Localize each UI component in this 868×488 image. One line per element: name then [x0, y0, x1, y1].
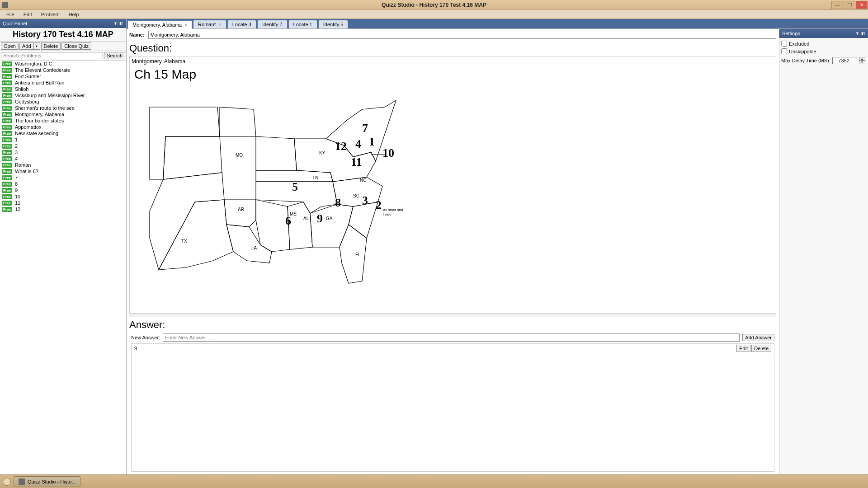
problem-item[interactable]: FreeSherman's route to the sea [0, 105, 126, 111]
delete-answer-button[interactable]: Delete [751, 345, 771, 352]
map-number-4: 4 [355, 137, 361, 150]
close-icon[interactable]: × [184, 23, 187, 28]
start-button[interactable] [3, 478, 11, 486]
problem-item[interactable]: FreeNew state seceding [0, 130, 126, 136]
name-input[interactable] [148, 31, 776, 39]
excluded-label: Excluded [789, 41, 809, 47]
app-icon [2, 2, 8, 8]
tab[interactable]: Locate 3 [227, 20, 256, 28]
map-number-9: 9 [317, 212, 323, 225]
free-badge: Free [2, 93, 12, 98]
problem-item[interactable]: Free11 [0, 200, 126, 206]
problem-item[interactable]: Free1 [0, 136, 126, 143]
menu-help[interactable]: Help [64, 11, 84, 18]
free-badge: Free [2, 144, 12, 149]
problem-item[interactable]: Free4 [0, 155, 126, 162]
search-input[interactable] [1, 52, 103, 59]
map-number-10: 10 [382, 146, 394, 160]
delete-button[interactable]: Delete [41, 42, 61, 50]
unskippable-checkbox[interactable] [781, 48, 787, 54]
problem-item[interactable]: Free7 [0, 174, 126, 181]
excluded-checkbox[interactable] [781, 41, 787, 47]
search-button[interactable]: Search [104, 52, 125, 59]
problem-item[interactable]: Free3 [0, 149, 126, 155]
menu-file[interactable]: File [2, 11, 19, 18]
add-answer-button[interactable]: Add Answer [742, 334, 774, 341]
problem-item-label: 10 [15, 194, 20, 199]
free-badge: Free [2, 68, 12, 73]
problem-item[interactable]: FreeShiloh [0, 86, 126, 92]
problem-item[interactable]: FreeAntietam and Bull Run [0, 80, 126, 86]
name-label: Name: [129, 32, 145, 38]
tab[interactable]: Roman*× [193, 20, 226, 28]
settings-title[interactable]: Settings ▼ ◧ [779, 29, 868, 38]
maximize-button[interactable]: ❐ [844, 1, 855, 9]
question-area[interactable]: Montgomery, Alabama Ch 15 Map [129, 56, 776, 314]
problem-item[interactable]: FreeWashington, D.C. [0, 61, 126, 67]
problem-item[interactable]: FreeVicksburg and Mississippi River [0, 92, 126, 99]
problem-item[interactable]: Free9 [0, 187, 126, 193]
edit-answer-button[interactable]: Edit [736, 345, 750, 352]
open-button[interactable]: Open [1, 42, 19, 50]
menu-problem[interactable]: Problem [37, 11, 64, 18]
map-number-1: 1 [369, 135, 375, 148]
state-label-ky: KY [319, 150, 326, 155]
taskbar-button[interactable]: Quizz Studio - Histo... [14, 476, 80, 487]
free-badge: Free [2, 74, 12, 79]
problem-item[interactable]: FreeThe four border states [0, 117, 126, 124]
question-text: Montgomery, Alabama [132, 58, 774, 65]
spinner-up-icon[interactable]: ▴ [859, 57, 865, 61]
pin-icon[interactable]: ◧ [861, 31, 865, 36]
add-button[interactable]: Add [19, 42, 34, 50]
problem-item[interactable]: FreeRoman [0, 162, 126, 168]
close-quiz-button[interactable]: Close Quiz [61, 42, 91, 50]
problem-item[interactable]: Free2 [0, 143, 126, 149]
max-delay-label: Max Delay Time (MS): [781, 58, 830, 63]
close-icon[interactable]: × [219, 22, 222, 27]
problem-item[interactable]: FreeMontgomery, Alabama [0, 111, 126, 117]
spinner-down-icon[interactable]: ▾ [859, 61, 865, 64]
problem-item[interactable]: Free10 [0, 193, 126, 200]
free-badge: Free [2, 80, 12, 85]
problem-item-label: The Elevent Confederate [15, 67, 70, 73]
map-number-5: 5 [292, 180, 298, 193]
map-number-11: 11 [351, 155, 362, 169]
menu-edit[interactable]: Edit [19, 11, 37, 18]
close-button[interactable]: ✕ [856, 1, 868, 9]
problem-item[interactable]: FreeFort Sumter [0, 73, 126, 80]
problem-item[interactable]: FreeAppomattox [0, 124, 126, 130]
tab[interactable]: Locate 1 [288, 20, 317, 28]
problem-item[interactable]: Free12 [0, 206, 126, 212]
free-badge: Free [2, 87, 12, 92]
add-dropdown[interactable]: ▾ [34, 42, 40, 50]
chevron-down-icon[interactable]: ▼ [113, 21, 118, 26]
free-badge: Free [2, 169, 12, 174]
quiz-panel-title[interactable]: Quiz Panel ▼ ◧ [0, 19, 126, 28]
new-answer-input[interactable] [163, 333, 740, 342]
problem-item[interactable]: FreeThe Elevent Confederate [0, 67, 126, 73]
max-delay-spinner[interactable]: ▴ ▾ [859, 57, 865, 64]
max-delay-input[interactable] [832, 57, 857, 64]
map-svg: MO KY TN NC SC GA AL MS AR LA TX [132, 66, 403, 288]
question-heading: Question: [129, 42, 776, 54]
minimize-button[interactable]: — [831, 1, 843, 9]
problem-item[interactable]: FreeWhat is 6? [0, 168, 126, 174]
problem-item-label: Appomattox [15, 124, 42, 130]
splitter[interactable]: . . . [129, 314, 776, 317]
window-title: Quizz Studio - History 170 Test 4.16 MAP [382, 2, 486, 8]
chevron-down-icon[interactable]: ▼ [855, 31, 859, 36]
state-label-tn: TN [312, 175, 318, 180]
problem-list[interactable]: FreeWashington, D.C.FreeThe Elevent Conf… [0, 61, 126, 474]
settings-title-label: Settings [782, 31, 800, 36]
tabs: Montgomery, Alabama×Roman*×Locate 3Ident… [127, 19, 868, 28]
name-row: Name: [129, 31, 776, 39]
tab[interactable]: Montgomery, Alabama× [127, 20, 192, 29]
problem-item[interactable]: Free8 [0, 181, 126, 187]
free-badge: Free [2, 182, 12, 187]
free-badge: Free [2, 61, 12, 66]
pin-icon[interactable]: ◧ [119, 21, 123, 26]
answer-section: Answer: New Answer: Add Answer 9EditDele… [129, 317, 776, 473]
problem-item[interactable]: FreeGettysburg [0, 99, 126, 105]
tab[interactable]: Identify 7 [257, 20, 288, 28]
tab[interactable]: Identify 5 [318, 20, 349, 28]
